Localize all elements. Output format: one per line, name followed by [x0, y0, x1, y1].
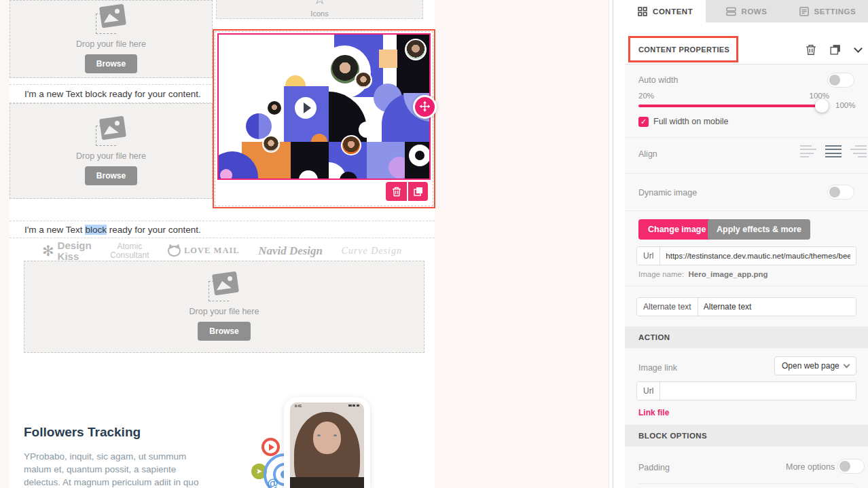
full-width-mobile-checkbox[interactable]: ✓	[638, 117, 649, 127]
apply-effects-button[interactable]: Apply effects & more	[708, 219, 810, 240]
tab-rows[interactable]: ROWS	[706, 0, 786, 22]
trash-icon	[392, 187, 401, 197]
alt-text-input[interactable]	[698, 298, 856, 316]
width-value: 100%	[835, 101, 864, 109]
logo-design-kiss: ✻ DesignKiss	[42, 240, 92, 262]
selected-image-block[interactable]	[215, 31, 433, 206]
text-block-1-content: I'm a new Text block ready for your cont…	[24, 89, 201, 99]
avatar-woman-2	[355, 71, 372, 89]
drop-file-text: Drop your file here	[189, 307, 259, 316]
phone-time: 9:41	[295, 404, 302, 408]
image-link-selected-value: Open web page	[782, 361, 839, 371]
image-placeholder-icon	[96, 117, 127, 146]
browse-button[interactable]: Browse	[198, 322, 250, 341]
duplicate-block-button[interactable]	[407, 182, 428, 201]
phone-mockup: 9:41	[284, 397, 370, 488]
logo-atomic-consultant: AtomicConsultant	[110, 242, 149, 259]
action-url-input[interactable]	[660, 382, 856, 400]
image-drop-block-3[interactable]: Drop your file here Browse	[24, 261, 424, 353]
delete-content-button[interactable]	[803, 41, 819, 58]
avatar-woman-4	[262, 135, 280, 153]
text-block-2-content: I'm a new Text block ready for your cont…	[24, 225, 201, 235]
action-section-header: ACTION	[625, 326, 868, 348]
align-label: Align	[638, 149, 657, 159]
logo-love-mail: LOVE MAIL	[168, 246, 240, 257]
copy-icon	[830, 44, 841, 55]
auto-width-toggle[interactable]	[827, 73, 854, 88]
delete-block-button[interactable]	[386, 182, 407, 201]
tab-content[interactable]: CONTENT	[625, 0, 706, 22]
chevron-down-icon	[844, 362, 850, 369]
text-block-2[interactable]: I'm a new Text block ready for your cont…	[10, 221, 435, 238]
fox-icon	[168, 246, 181, 257]
align-left-option[interactable]	[800, 145, 816, 157]
play-badge-icon	[261, 438, 280, 456]
image-name-value: Hero_image_app.png	[689, 270, 768, 278]
browse-button[interactable]: Browse	[85, 166, 137, 185]
full-width-mobile-label: Full width on mobile	[653, 117, 728, 126]
slider-max-label: 100%	[803, 92, 829, 100]
settings-doc-icon	[799, 7, 809, 16]
image-url-input[interactable]	[660, 247, 856, 265]
properties-panel: CONTENT ROWS SETTINGS CONTENT PROPERTIES	[625, 0, 868, 488]
dynamic-image-label: Dynamic image	[638, 188, 697, 198]
image-link-label: Image link	[638, 363, 677, 373]
selected-word: block	[85, 225, 107, 235]
phone-notch	[308, 397, 333, 402]
image-placeholder-icon	[209, 273, 240, 301]
trash-icon	[806, 44, 816, 56]
tab-settings[interactable]: SETTINGS	[787, 0, 868, 22]
image-link-select[interactable]: Open web page	[774, 356, 856, 375]
padding-more-options-toggle[interactable]	[837, 459, 865, 474]
url-field-label: Url	[637, 247, 660, 265]
image-placeholder-icon	[96, 5, 127, 34]
more-options-label: More options	[786, 462, 835, 472]
image-drop-block-1[interactable]: Drop your file here Browse	[10, 0, 213, 78]
move-icon	[418, 100, 431, 113]
logo-curve-design: Curve Design	[342, 246, 402, 257]
slider-min-label: 20%	[638, 92, 654, 100]
block-options-section-header: BLOCK OPTIONS	[625, 425, 868, 447]
drag-handle[interactable]	[413, 95, 437, 119]
avatar-woman-3	[266, 100, 283, 116]
auto-width-label: Auto width	[638, 75, 678, 85]
image-url-field-group: Url	[636, 246, 856, 265]
logos-row[interactable]: ✻ DesignKiss AtomicConsultant LOVE MAIL …	[10, 238, 435, 263]
block-toolbar	[386, 182, 428, 201]
hero-image[interactable]	[217, 33, 431, 180]
link-file-link[interactable]: Link file	[638, 408, 669, 417]
phone-screen: 9:41	[290, 402, 364, 488]
avatar-woman-5	[341, 135, 361, 155]
alt-text-field-group: Alternate text	[636, 297, 856, 316]
followers-paragraph: YProbabo, inquit, sic agam, ut summum ma…	[24, 450, 198, 488]
logo-navid-design: Navid Design	[258, 244, 323, 258]
panel-content: Auto width 20% 100% 100% ✓ Full width on…	[625, 64, 868, 488]
image-name-line: Image name: Hero_image_app.png	[638, 270, 767, 278]
gear-icon: ✻	[42, 244, 54, 258]
action-url-field-group: Url	[636, 381, 856, 400]
align-right-option[interactable]	[850, 145, 867, 157]
drop-file-text: Drop your file here	[76, 39, 146, 49]
avatar-woman-1	[405, 39, 427, 60]
width-slider-knob[interactable]	[815, 99, 829, 113]
duplicate-content-button[interactable]	[827, 41, 844, 58]
content-grid-icon	[638, 7, 647, 16]
selected-image-block-annotation	[213, 29, 435, 208]
icons-content-tile[interactable]: ☆ Icons	[216, 0, 423, 19]
change-image-button[interactable]: Change image	[638, 219, 715, 240]
width-slider-track[interactable]	[638, 105, 826, 107]
app-root: Drop your file here Browse ☆ Icons I'm a…	[0, 0, 868, 488]
phone-status-icons	[348, 405, 359, 407]
icons-tile-label: Icons	[310, 10, 328, 18]
image-drop-block-2[interactable]: Drop your file here Browse	[10, 103, 213, 199]
align-center-option[interactable]	[825, 145, 842, 157]
browse-button[interactable]: Browse	[85, 54, 137, 73]
properties-title: CONTENT PROPERTIES	[638, 45, 729, 54]
collapse-panel-button[interactable]	[850, 41, 866, 58]
copy-icon	[414, 187, 423, 196]
alt-text-label: Alternate text	[637, 298, 698, 316]
dynamic-image-toggle[interactable]	[827, 185, 854, 200]
url-field-label: Url	[637, 382, 660, 400]
content-properties-header: CONTENT PROPERTIES	[625, 34, 868, 64]
align-options	[800, 145, 867, 157]
